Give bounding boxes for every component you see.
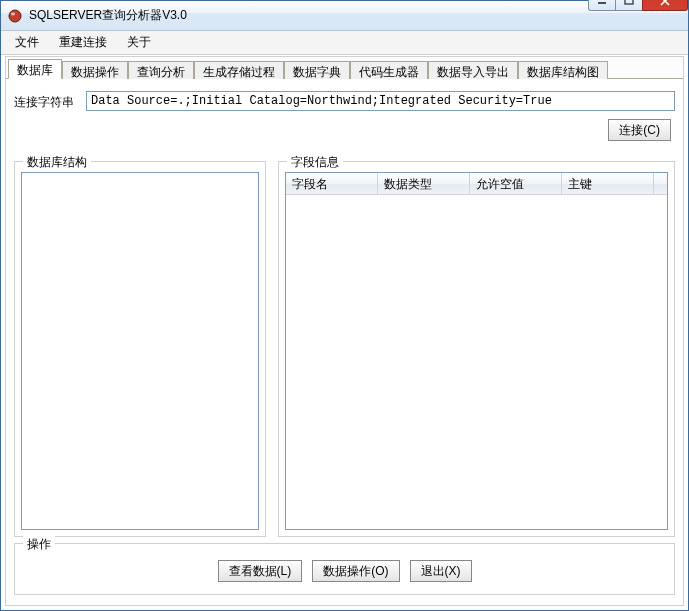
group-operations-legend: 操作	[23, 536, 55, 553]
connection-row: 连接字符串	[14, 91, 675, 111]
tab-7[interactable]: 数据库结构图	[518, 61, 608, 79]
svg-point-0	[9, 10, 21, 22]
tab-5[interactable]: 代码生成器	[350, 61, 428, 79]
window-title: SQLSERVER查询分析器V3.0	[29, 7, 589, 24]
svg-point-1	[11, 12, 15, 15]
content-area: 数据库数据操作查询分析生成存储过程数据字典代码生成器数据导入导出数据库结构图 连…	[5, 56, 684, 606]
window-buttons	[589, 0, 688, 11]
menu-bar: 文件 重建连接 关于	[1, 31, 688, 55]
col-data-type[interactable]: 数据类型	[378, 173, 470, 194]
exit-button[interactable]: 退出(X)	[410, 560, 472, 582]
tab-4[interactable]: 数据字典	[284, 61, 350, 79]
tab-strip: 数据库数据操作查询分析生成存储过程数据字典代码生成器数据导入导出数据库结构图	[6, 57, 683, 79]
col-primary-key[interactable]: 主键	[562, 173, 654, 194]
connection-string-input[interactable]	[86, 91, 675, 111]
data-operation-button[interactable]: 数据操作(O)	[312, 560, 399, 582]
connect-button[interactable]: 连接(C)	[608, 119, 671, 141]
app-icon	[7, 8, 23, 24]
svg-rect-3	[625, 0, 633, 4]
svg-rect-2	[598, 2, 606, 4]
group-operations: 操作 查看数据(L) 数据操作(O) 退出(X)	[14, 543, 675, 595]
title-bar: SQLSERVER查询分析器V3.0	[1, 1, 688, 31]
tab-0[interactable]: 数据库	[8, 59, 62, 79]
menu-about[interactable]: 关于	[117, 32, 161, 53]
close-button[interactable]	[642, 0, 688, 11]
fields-header: 字段名 数据类型 允许空值 主键	[286, 173, 667, 195]
col-filler	[654, 173, 667, 194]
fields-listview[interactable]: 字段名 数据类型 允许空值 主键	[285, 172, 668, 530]
group-field-info: 字段信息 字段名 数据类型 允许空值 主键	[278, 161, 675, 537]
group-field-info-legend: 字段信息	[287, 154, 343, 171]
view-data-button[interactable]: 查看数据(L)	[218, 560, 303, 582]
tab-2[interactable]: 查询分析	[128, 61, 194, 79]
menu-file[interactable]: 文件	[5, 32, 49, 53]
menu-reconnect[interactable]: 重建连接	[49, 32, 117, 53]
col-nullable[interactable]: 允许空值	[470, 173, 562, 194]
fields-body	[286, 195, 667, 529]
tab-6[interactable]: 数据导入导出	[428, 61, 518, 79]
panels-row: 数据库结构 字段信息 字段名 数据类型 允许空值 主键	[14, 161, 675, 537]
maximize-button[interactable]	[615, 0, 643, 11]
col-field-name[interactable]: 字段名	[286, 173, 378, 194]
connection-label: 连接字符串	[14, 91, 86, 111]
tab-page-database: 连接字符串 连接(C) 数据库结构 字段信息 字段名	[6, 81, 683, 605]
group-db-structure: 数据库结构	[14, 161, 266, 537]
group-db-structure-legend: 数据库结构	[23, 154, 91, 171]
tab-1[interactable]: 数据操作	[62, 61, 128, 79]
minimize-button[interactable]	[588, 0, 616, 11]
app-window: SQLSERVER查询分析器V3.0 文件 重建连接 关于 数据库数据操作查询分…	[0, 0, 689, 611]
tab-3[interactable]: 生成存储过程	[194, 61, 284, 79]
db-structure-tree[interactable]	[21, 172, 259, 530]
